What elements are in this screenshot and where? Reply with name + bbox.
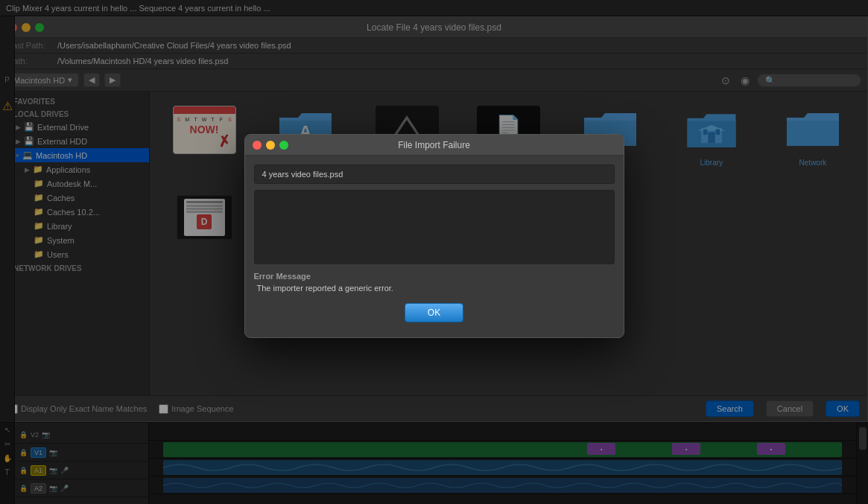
error-message: The importer reported a generic error.: [254, 284, 615, 293]
error-label: Error Message: [254, 272, 615, 281]
modal-title: File Import Failure: [398, 140, 470, 150]
modal-maximize-button[interactable]: [279, 141, 288, 150]
modal-body: 4 years video files.psd Error Message Th…: [245, 156, 624, 337]
modal-window-controls: [253, 141, 288, 150]
modal-ok-button[interactable]: OK: [405, 303, 463, 322]
modal-footer: OK: [254, 300, 615, 328]
modal-content-area: [254, 190, 615, 264]
file-import-failure-modal: File Import Failure 4 years video files.…: [244, 134, 624, 338]
modal-overlay: File Import Failure 4 years video files.…: [0, 0, 868, 504]
modal-titlebar: File Import Failure: [245, 135, 624, 156]
error-section: Error Message The importer reported a ge…: [254, 272, 615, 293]
modal-close-button[interactable]: [253, 141, 262, 150]
modal-filename: 4 years video files.psd: [254, 165, 615, 184]
modal-minimize-button[interactable]: [266, 141, 275, 150]
